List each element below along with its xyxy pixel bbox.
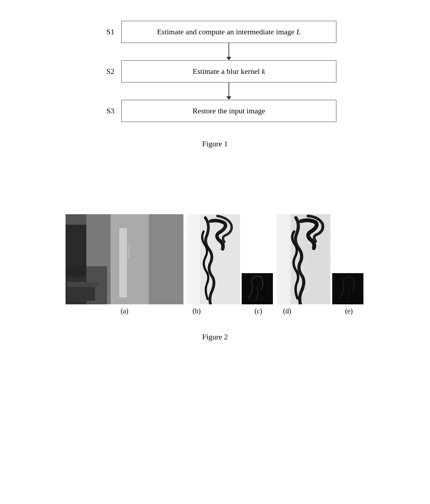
- step-box-s2: Estimate a blur kernel k: [121, 60, 336, 82]
- svg-rect-10: [67, 282, 98, 287]
- v-line-2: [229, 82, 229, 96]
- step-text-s1-before: Estimate and compute an intermediate ima…: [157, 27, 296, 36]
- image-c: [242, 273, 273, 304]
- flow-step-s3: S3 Restore the input image: [94, 100, 336, 122]
- image-c-svg: [242, 273, 273, 304]
- image-label-d: (d): [283, 307, 291, 315]
- v-arrowhead-2: [226, 96, 231, 100]
- step-label-s3: S3: [94, 106, 114, 115]
- image-item-b: (b): [186, 214, 240, 315]
- figure2-caption: Figure 2: [202, 332, 228, 341]
- flow-step-s1: S1 Estimate and compute an intermediate …: [94, 21, 336, 43]
- step-text-s2-before: Estimate a blur kernel: [193, 67, 262, 76]
- image-b: [186, 214, 240, 304]
- image-e: [332, 273, 363, 304]
- image-label-b: (b): [192, 307, 200, 315]
- image-d: [277, 214, 330, 304]
- svg-rect-11: [67, 287, 95, 301]
- image-label-e: (e): [345, 307, 353, 315]
- image-e-svg: [332, 273, 363, 304]
- step-text-s1-italic: L: [296, 27, 301, 36]
- figure1-caption: Figure 1: [202, 139, 228, 148]
- vertical-arrow-1: [226, 43, 231, 60]
- svg-rect-7: [119, 228, 127, 297]
- figure1-container: S1 Estimate and compute an intermediate …: [28, 21, 402, 152]
- figure2-images: (a): [66, 214, 364, 315]
- svg-rect-14: [186, 214, 240, 304]
- vertical-arrow-2: [226, 82, 231, 100]
- image-a: [66, 214, 183, 304]
- image-b-svg: [186, 214, 240, 304]
- image-item-a: (a): [66, 214, 183, 315]
- figure2-container: (a): [28, 214, 402, 345]
- step-label-s1: S1: [94, 27, 114, 36]
- flow-step-s2: S2 Estimate a blur kernel k: [94, 60, 336, 82]
- svg-rect-5: [149, 214, 183, 304]
- flowchart: S1 Estimate and compute an intermediate …: [94, 21, 336, 122]
- image-label-c: (c): [255, 307, 262, 315]
- v-line-1: [229, 43, 229, 57]
- svg-rect-6: [111, 214, 149, 304]
- image-a-svg: [66, 214, 183, 304]
- svg-rect-15: [242, 273, 273, 304]
- image-item-d: (d): [277, 214, 330, 315]
- step-text-s3: Restore the input image: [192, 106, 265, 115]
- step-label-s2: S2: [94, 67, 114, 76]
- image-d-svg: [277, 214, 330, 304]
- arrow-2: [94, 82, 336, 100]
- image-label-a: (a): [121, 307, 128, 315]
- step-text-s2-italic: k: [262, 67, 265, 76]
- step-box-s3: Restore the input image: [121, 100, 336, 122]
- arrow-1: [94, 43, 336, 60]
- separator: [28, 166, 402, 193]
- step-box-s1: Estimate and compute an intermediate ima…: [121, 21, 336, 43]
- svg-rect-18: [277, 214, 330, 304]
- page: S1 Estimate and compute an intermediate …: [0, 0, 430, 504]
- v-arrowhead-1: [226, 57, 231, 60]
